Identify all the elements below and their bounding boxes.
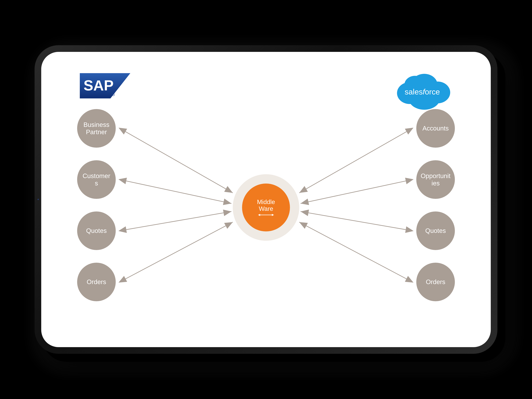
tablet-frame: SAP R xyxy=(35,45,497,354)
node-label: Quotes xyxy=(86,227,107,234)
node-label: Accounts xyxy=(422,125,449,132)
middleware-label-line2: Ware xyxy=(259,205,273,212)
svg-line-11 xyxy=(120,222,233,282)
diagram-canvas: SAP R xyxy=(41,52,491,347)
salesforce-logo-text: salesforce xyxy=(405,87,440,96)
svg-marker-17 xyxy=(258,214,260,216)
node-label: Orders xyxy=(87,278,106,285)
node-sap-orders: Orders xyxy=(77,263,116,301)
svg-marker-18 xyxy=(272,214,274,216)
node-sf-quotes: Quotes xyxy=(416,211,455,250)
svg-line-15 xyxy=(299,222,412,282)
node-sap-business-partner: Business Partner xyxy=(77,109,116,148)
svg-line-10 xyxy=(120,211,231,231)
node-sap-customers: Customers xyxy=(77,160,116,199)
svg-line-8 xyxy=(120,128,233,193)
svg-text:R: R xyxy=(113,94,114,95)
node-sf-accounts: Accounts xyxy=(416,109,455,148)
sap-logo: SAP R xyxy=(80,73,130,99)
node-label: Customers xyxy=(81,172,112,187)
double-arrow-icon xyxy=(258,214,274,216)
svg-line-13 xyxy=(301,180,412,203)
node-label: Opportunities xyxy=(420,172,451,187)
node-label: Orders xyxy=(426,278,445,285)
node-sf-orders: Orders xyxy=(416,263,455,301)
salesforce-logo: salesforce xyxy=(394,70,451,111)
svg-line-9 xyxy=(120,180,231,203)
tablet-camera xyxy=(38,199,39,200)
middleware-ring: Middle Ware xyxy=(233,174,299,241)
svg-line-14 xyxy=(301,211,412,231)
node-label: Quotes xyxy=(425,227,446,234)
svg-line-12 xyxy=(299,128,412,193)
sap-logo-text: SAP xyxy=(83,77,114,94)
middleware-node: Middle Ware xyxy=(242,184,290,231)
node-sf-opportunities: Opportunities xyxy=(416,160,455,199)
middleware-label-line1: Middle xyxy=(257,199,275,205)
node-label: Business Partner xyxy=(81,121,112,136)
node-sap-quotes: Quotes xyxy=(77,211,116,250)
